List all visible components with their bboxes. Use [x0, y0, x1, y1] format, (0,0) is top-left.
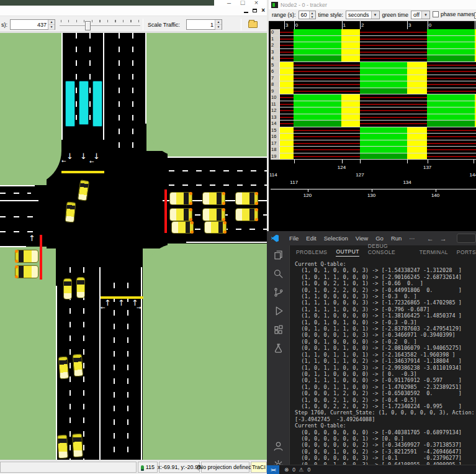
state-red: [280, 39, 294, 40]
state-yellow: [341, 29, 360, 35]
signal-link-index: 1: [271, 36, 280, 42]
state-red: [360, 123, 427, 124]
output-line: (1, 0, 0, 2, 2, 0, 2) -> [-1.72340224 -0…: [295, 403, 476, 409]
scale-traffic-spinbox[interactable]: 1 ▲▼: [186, 19, 222, 30]
problems-status[interactable]: ⊗0 ⚠0: [284, 467, 310, 473]
tab-ports[interactable]: PORTS: [457, 249, 476, 257]
state-green: [294, 42, 341, 48]
signal-link-row-18: 18: [271, 147, 476, 153]
signal-state-track: [280, 36, 476, 42]
simulation-canvas[interactable]: ↓↓↓←←↑↑↑←→↑: [0, 33, 267, 460]
state-red: [427, 91, 476, 92]
nav-back-icon[interactable]: ←: [427, 235, 434, 242]
phase-track-rows: 012345678910111213141516171819: [271, 29, 476, 160]
checkbox-unchecked-icon[interactable]: [433, 11, 439, 17]
state-red: [360, 32, 427, 33]
toolbar-separator: [241, 19, 241, 30]
signal-link-row-12: 12: [271, 107, 476, 114]
tab-output[interactable]: OUTPUT: [336, 248, 359, 257]
lane-dash-line: [89, 33, 91, 120]
activity-bar: [267, 245, 290, 465]
junction-corner-se: [143, 244, 177, 278]
signal-state-track: [280, 127, 476, 134]
explorer-icon[interactable]: [267, 245, 290, 264]
tab-problems[interactable]: PROBLEMS: [296, 249, 327, 257]
state-red: [360, 104, 427, 105]
state-yellow: [341, 49, 360, 55]
scale-traffic-spinner[interactable]: ▲▼: [215, 20, 222, 29]
signal-link-row-0: 0: [271, 29, 476, 36]
state-red: [427, 156, 476, 157]
mdi-minimize-icon[interactable]: [244, 12, 248, 13]
menu-more[interactable]: ⋯: [406, 234, 418, 243]
delay-spinbox[interactable]: 437 ▲▼: [10, 19, 55, 30]
time-label: 127: [356, 172, 364, 178]
time-tick: [342, 160, 343, 163]
search-icon[interactable]: [267, 264, 290, 283]
state-red: [360, 117, 427, 118]
output-line: (1, 1, 1, 0, 0, 0, 3) -> [-1.72326865 -1…: [295, 299, 476, 306]
phase-index-label: 0: [294, 22, 298, 28]
menu-selection[interactable]: Selection: [321, 234, 351, 243]
menu-go[interactable]: Go: [372, 234, 387, 243]
extensions-icon[interactable]: [267, 320, 290, 339]
lane-edge-line: [168, 157, 267, 158]
account-icon[interactable]: [267, 437, 290, 455]
sumo-toolbar: s): 437 ▲▼ Scale Traffic: 1 ▲▼: [0, 16, 267, 32]
state-yellow: [280, 153, 294, 160]
state-red: [427, 65, 476, 66]
lane-edge-line: [0, 246, 26, 247]
signal-link-index: 8: [271, 81, 280, 88]
menu-run[interactable]: Run: [388, 234, 405, 243]
phase-index-label: 3: [407, 22, 411, 28]
output-line: (0, 0, 0, 0, 1, 0, 3) -> [-0.3466971 -0.…: [295, 332, 476, 338]
phase-index-label: 3: [284, 22, 288, 28]
signal-state-track: [280, 88, 476, 94]
open-folder-icon[interactable]: [248, 21, 258, 28]
checkbox-phase-names[interactable]: phase names: [433, 11, 474, 17]
menu-edit[interactable]: Edit: [303, 234, 319, 243]
menu-view[interactable]: View: [353, 234, 371, 243]
menu-file[interactable]: File: [286, 234, 302, 243]
range-spinner[interactable]: ▲▼: [309, 11, 315, 19]
time-style-select[interactable]: seconds▼: [346, 11, 380, 19]
testing-icon[interactable]: [267, 339, 290, 357]
range-label: range (s):: [272, 12, 296, 18]
warnings-icon: ⚠: [299, 467, 304, 473]
remote-icon: ><: [271, 467, 275, 473]
output-line: (1, 0, 0, 2, 1, 0, 2) -> [-0.4 -0.5]: [295, 397, 476, 403]
car-vehicle-queued: [202, 208, 225, 221]
signal-link-row-1: 1: [271, 36, 476, 43]
nav-forward-icon[interactable]: →: [440, 235, 447, 242]
delay-slider-thumb[interactable]: [85, 21, 91, 30]
source-control-icon[interactable]: [267, 283, 290, 301]
run-debug-icon[interactable]: [267, 301, 290, 320]
state-yellow: [407, 88, 427, 94]
scale-traffic-label: Scale Traffic:: [148, 22, 180, 28]
tab-debug-console[interactable]: DEBUG CONSOLE: [368, 243, 411, 257]
state-green: [427, 55, 475, 62]
state-yellow: [341, 55, 360, 62]
mdi-restore-icon[interactable]: [253, 9, 257, 12]
range-spinbox[interactable]: 60▲▼: [299, 11, 316, 19]
state-green: [360, 134, 407, 140]
signal-state-track: [280, 147, 476, 153]
lane-direction-arrow: ←: [61, 157, 66, 165]
delay-spinner[interactable]: ▲▼: [48, 20, 55, 29]
signal-link-row-15: 15: [271, 127, 476, 134]
output-line: [-3.4942745 -3.49264088]: [295, 416, 476, 422]
state-red: [427, 71, 476, 72]
tab-terminal[interactable]: TERMINAL: [420, 249, 448, 257]
command-center-search[interactable]: [457, 234, 476, 243]
green-time-select[interactable]: off▼: [411, 11, 430, 19]
state-green: [294, 36, 341, 42]
delay-slider[interactable]: [60, 25, 140, 27]
output-line: (0, 1, 1, 0, 0, 0, 0) -> [ 0. -0.3]: [295, 371, 476, 377]
mdi-close-icon[interactable]: ×: [261, 7, 265, 13]
car-vehicle: [57, 435, 68, 459]
remote-indicator[interactable]: ><: [267, 465, 279, 474]
signal-link-index: 17: [271, 140, 280, 147]
signal-state-track: [280, 140, 476, 147]
output-panel[interactable]: Current Q-table: (1, 0, 1, 0, 0, 0, 3) -…: [290, 260, 476, 465]
signal-link-index: 11: [271, 101, 280, 107]
